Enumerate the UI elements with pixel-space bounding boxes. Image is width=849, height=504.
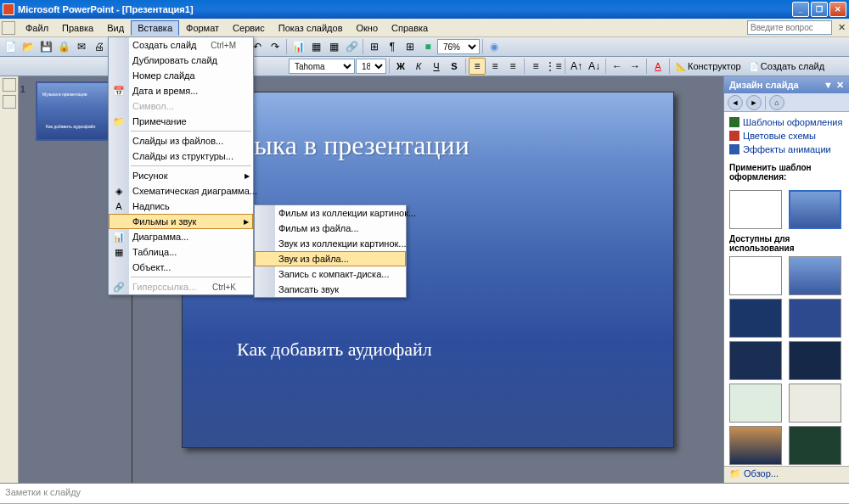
color-icon[interactable]: ■ (419, 38, 436, 55)
panel-forward-icon[interactable]: ► (746, 95, 762, 110)
template-item[interactable] (789, 384, 841, 423)
font-family-combo[interactable]: Tahoma (289, 59, 355, 74)
panel-header: Дизайн слайда ▼ ✕ (724, 76, 849, 93)
open-icon[interactable]: 📂 (20, 38, 37, 55)
menu-item[interactable]: 📁Примечание (109, 114, 253, 129)
panel-dropdown-icon[interactable]: ▼ (824, 80, 833, 90)
menu-item[interactable]: Объект... (109, 260, 253, 275)
mail-icon[interactable]: ✉ (73, 38, 90, 55)
panel-nav: ◄ ► ⌂ (724, 93, 849, 112)
bold-icon[interactable]: Ж (392, 58, 409, 75)
align-left-icon[interactable]: ≡ (469, 58, 486, 75)
template-item[interactable] (729, 256, 782, 295)
grid-icon[interactable]: ⊞ (402, 38, 419, 55)
menu-item[interactable]: Слайды из структуры... (109, 148, 253, 164)
increase-indent-icon[interactable]: → (627, 58, 644, 75)
panel-title: Дизайн слайда (729, 80, 799, 90)
menu-window[interactable]: Окно (350, 20, 385, 36)
menu-insert[interactable]: Вставка (131, 20, 179, 36)
bullets-icon[interactable]: ⋮≡ (545, 58, 562, 75)
slide-subtitle-text[interactable]: Как добавить аудиофайл (237, 339, 432, 361)
menu-view[interactable]: Вид (100, 20, 131, 36)
menu-item[interactable]: 📊Диаграмма... (109, 229, 253, 244)
font-color-icon[interactable]: A (649, 58, 666, 75)
submenu-item[interactable]: Фильм из коллекции картинок... (255, 205, 406, 221)
document-close-button[interactable]: ✕ (835, 22, 847, 34)
menu-help[interactable]: Справка (385, 20, 435, 36)
template-item[interactable] (789, 190, 841, 229)
menu-edit[interactable]: Правка (55, 20, 100, 36)
slides-tab-icon[interactable] (3, 95, 16, 109)
submenu-item[interactable]: Записать звук (255, 282, 406, 297)
submenu-item[interactable]: Запись с компакт-диска... (255, 266, 406, 282)
menu-item[interactable]: Рисунок▶ (109, 168, 253, 183)
save-icon[interactable]: 💾 (37, 38, 54, 55)
redo-icon[interactable]: ↷ (267, 38, 284, 55)
templates-list[interactable]: Доступны для использования (724, 185, 849, 466)
template-item[interactable] (789, 299, 841, 338)
print-icon[interactable]: 🖨 (91, 38, 108, 55)
panel-back-icon[interactable]: ◄ (728, 95, 743, 110)
outline-tab-icon[interactable] (3, 78, 16, 92)
submenu-item[interactable]: Звук из коллекции картинок... (255, 236, 406, 251)
menu-file[interactable]: Файл (19, 20, 55, 36)
menu-item[interactable]: 📅Дата и время... (109, 83, 253, 98)
menu-item[interactable]: AНадпись (109, 199, 253, 214)
decrease-font-icon[interactable]: A↓ (586, 58, 603, 75)
expand-icon[interactable]: ⊞ (366, 38, 383, 55)
underline-icon[interactable]: Ч (428, 58, 445, 75)
submenu-item[interactable]: Звук из файла... (255, 251, 406, 266)
menu-item[interactable]: Создать слайдCtrl+M (109, 37, 253, 53)
menu-slideshow[interactable]: Показ слайдов (272, 20, 350, 36)
template-item[interactable] (729, 299, 782, 338)
menu-item[interactable]: ◈Схематическая диаграмма... (109, 183, 253, 199)
align-right-icon[interactable]: ≡ (504, 58, 521, 75)
template-item[interactable] (729, 384, 782, 423)
decrease-indent-icon[interactable]: ← (609, 58, 626, 75)
link-color-schemes[interactable]: Цветовые схемы (729, 129, 844, 143)
align-center-icon[interactable]: ≡ (486, 58, 503, 75)
table-icon[interactable]: ▦ (307, 38, 324, 55)
menu-item[interactable]: ▦Таблица... (109, 244, 253, 260)
italic-icon[interactable]: К (410, 58, 427, 75)
chart-icon[interactable]: 📊 (290, 38, 306, 55)
menu-item[interactable]: Номер слайда (109, 68, 253, 83)
increase-font-icon[interactable]: A↑ (568, 58, 585, 75)
permission-icon[interactable]: 🔒 (55, 38, 72, 55)
template-item[interactable] (789, 426, 841, 465)
designer-button[interactable]: 📐 Конструктор (672, 59, 745, 74)
template-item[interactable] (789, 341, 841, 380)
template-item[interactable] (729, 426, 782, 465)
menu-item[interactable]: Слайды из файлов... (109, 133, 253, 148)
show-formatting-icon[interactable]: ¶ (384, 38, 401, 55)
help-search-input[interactable] (747, 20, 832, 35)
menu-item[interactable]: Фильмы и звук▶ (109, 214, 253, 229)
close-button[interactable]: ✕ (829, 2, 846, 17)
maximize-button[interactable]: ❐ (811, 2, 828, 17)
panel-close-icon[interactable]: ✕ (836, 80, 844, 91)
new-slide-button[interactable]: 📄 Создать слайд (745, 59, 828, 74)
menu-item[interactable]: Дублировать слайд (109, 53, 253, 68)
tables-borders-icon[interactable]: ▦ (325, 38, 342, 55)
link-templates[interactable]: Шаблоны оформления (729, 115, 844, 129)
zoom-combo[interactable]: 76% (437, 39, 480, 54)
minimize-button[interactable]: _ (792, 2, 809, 17)
app-icon (3, 3, 14, 15)
template-item[interactable] (729, 341, 782, 380)
numbering-icon[interactable]: ≡ (527, 58, 544, 75)
submenu-item[interactable]: Фильм из файла... (255, 221, 406, 236)
template-item[interactable] (729, 190, 782, 229)
doc-icon[interactable] (2, 21, 15, 35)
panel-home-icon[interactable]: ⌂ (769, 95, 784, 110)
shadow-icon[interactable]: S (446, 58, 463, 75)
browse-link[interactable]: 📁 Обзор... (729, 468, 779, 479)
template-item[interactable] (789, 256, 841, 295)
menu-format[interactable]: Формат (179, 20, 226, 36)
menu-tools[interactable]: Сервис (226, 20, 272, 36)
hyperlink-icon[interactable]: 🔗 (343, 38, 360, 55)
help-icon[interactable]: ◉ (486, 38, 503, 55)
font-size-combo[interactable]: 18 (356, 59, 386, 74)
link-animation[interactable]: Эффекты анимации (729, 143, 844, 156)
notes-pane[interactable]: Заметки к слайду (0, 483, 849, 503)
new-icon[interactable]: 📄 (2, 38, 19, 55)
